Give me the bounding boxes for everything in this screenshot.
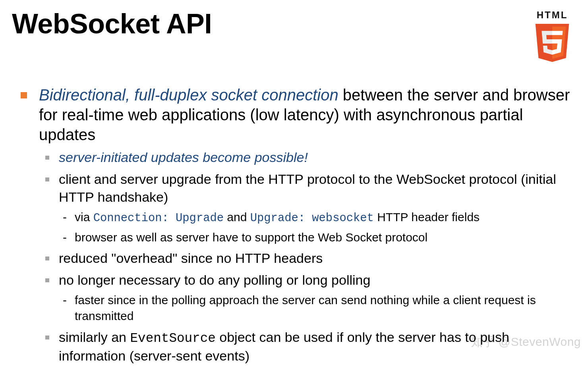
bullet-main: Bidirectional, full-duplex socket connec… xyxy=(16,85,576,365)
sub-bullet-0: server-initiated updates become possible… xyxy=(39,148,576,166)
sub-bullet-1: client and server upgrade from the HTTP … xyxy=(39,170,576,245)
slide-content: Bidirectional, full-duplex socket connec… xyxy=(12,85,576,365)
sub-bullet-1-text: client and server upgrade from the HTTP … xyxy=(59,172,556,204)
bullet-level-2: server-initiated updates become possible… xyxy=(39,148,576,365)
ssb-1-0-code2: Upgrade: websocket xyxy=(250,212,374,225)
html5-logo-text: HTML xyxy=(537,10,568,21)
ssb-1-0-mid: and xyxy=(224,210,250,224)
ssb-3-0-text: faster since in the polling approach the… xyxy=(75,293,536,323)
sub-bullet-4-prefix: similarly an xyxy=(59,330,130,345)
slide-title: WebSocket API xyxy=(12,8,212,40)
html5-shield-icon xyxy=(533,21,571,64)
ssb-1-0-code1: Connection: Upgrade xyxy=(93,212,224,225)
ssb-1-0-suffix: HTTP header fields xyxy=(374,210,480,224)
sub-bullet-3-text: no longer necessary to do any polling or… xyxy=(59,272,370,287)
subsub-bullet-1-0: via Connection: Upgrade and Upgrade: web… xyxy=(59,209,576,226)
html5-logo: HTML xyxy=(533,10,571,64)
bullet-level-1: Bidirectional, full-duplex socket connec… xyxy=(16,85,576,365)
bullet-main-emph: Bidirectional, full-duplex socket connec… xyxy=(39,86,338,104)
subsub-bullet-3-0: faster since in the polling approach the… xyxy=(59,292,576,324)
sub-bullet-2: reduced "overhead" since no HTTP headers xyxy=(39,249,576,267)
bullet-level-3: via Connection: Upgrade and Upgrade: web… xyxy=(59,209,576,245)
sub-bullet-4-code: EventSource xyxy=(130,331,215,346)
title-row: WebSocket API HTML xyxy=(12,8,576,64)
ssb-1-0-prefix: via xyxy=(75,210,93,224)
ssb-1-1-text: browser as well as server have to suppor… xyxy=(75,231,427,244)
bullet-level-3b: faster since in the polling approach the… xyxy=(59,292,576,324)
subsub-bullet-1-1: browser as well as server have to suppor… xyxy=(59,230,576,246)
sub-bullet-3: no longer necessary to do any polling or… xyxy=(39,271,576,324)
slide-container: WebSocket API HTML Bidirectional, full-d… xyxy=(0,0,588,375)
watermark-text: 知乎 @StevenWong xyxy=(471,334,581,350)
sub-bullet-0-emph: server-initiated updates become possible… xyxy=(59,150,308,165)
sub-bullet-2-text: reduced "overhead" since no HTTP headers xyxy=(59,251,323,266)
